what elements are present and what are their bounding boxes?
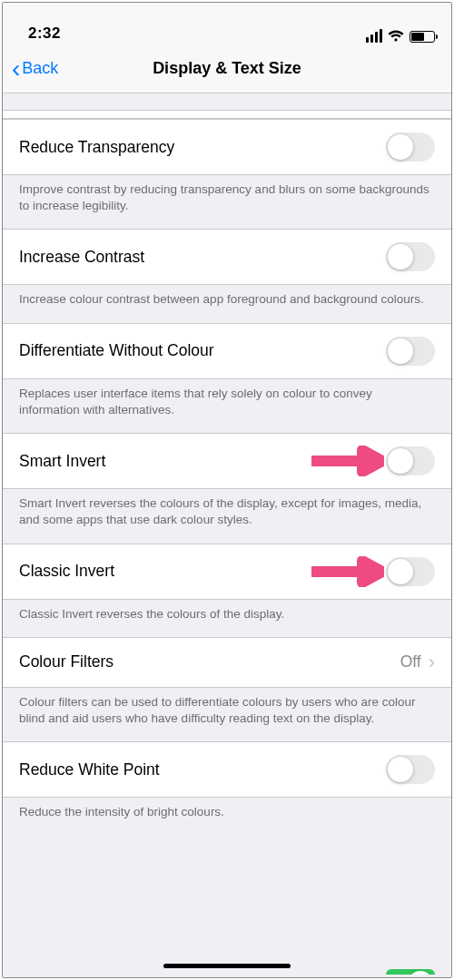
toggle-classic-invert[interactable] bbox=[386, 557, 435, 586]
page-title: Display & Text Size bbox=[3, 59, 451, 78]
battery-icon bbox=[410, 31, 435, 43]
toggle-reduce-white-point[interactable] bbox=[386, 755, 435, 784]
row-reduce-transparency[interactable]: Reduce Transparency bbox=[3, 119, 451, 175]
settings-list[interactable]: Reduce Transparency Improve contrast by … bbox=[3, 93, 451, 977]
toggle-differentiate[interactable] bbox=[386, 337, 435, 366]
toggle-smart-invert[interactable] bbox=[386, 446, 435, 475]
row-label: Smart Invert bbox=[19, 452, 105, 471]
toggle-increase-contrast[interactable] bbox=[386, 242, 435, 271]
row-label: Reduce White Point bbox=[19, 760, 160, 779]
row-reduce-white-point[interactable]: Reduce White Point bbox=[3, 741, 451, 798]
row-label: Colour Filters bbox=[19, 652, 114, 671]
nav-header: ‹ Back Display & Text Size bbox=[3, 44, 451, 93]
row-footer: Reduce the intensity of bright colours. bbox=[3, 797, 451, 826]
row-footer: Replaces user interface items that rely … bbox=[3, 378, 451, 433]
wifi-icon bbox=[388, 30, 404, 43]
row-increase-contrast[interactable]: Increase Contrast bbox=[3, 229, 451, 285]
row-footer: Colour filters can be used to differenti… bbox=[3, 687, 451, 741]
cellular-icon bbox=[366, 29, 382, 43]
row-footer: Classic Invert reverses the colours of t… bbox=[3, 599, 451, 637]
row-label: Classic Invert bbox=[19, 562, 114, 581]
annotation-arrow-icon bbox=[311, 446, 384, 476]
row-footer: Improve contrast by reducing transparenc… bbox=[3, 174, 451, 229]
row-label: Increase Contrast bbox=[19, 248, 144, 267]
row-label: Differentiate Without Colour bbox=[19, 341, 214, 360]
toggle-peek bbox=[386, 969, 435, 975]
home-indicator[interactable] bbox=[163, 964, 291, 968]
row-differentiate-without-colour[interactable]: Differentiate Without Colour bbox=[3, 323, 451, 379]
toggle-reduce-transparency[interactable] bbox=[386, 132, 435, 162]
back-label: Back bbox=[22, 59, 58, 78]
row-colour-filters[interactable]: Colour Filters Off › bbox=[3, 637, 451, 688]
row-footer: Increase colour contrast between app for… bbox=[3, 284, 451, 322]
row-value: Off bbox=[400, 652, 421, 671]
status-bar: 2:32 bbox=[3, 3, 451, 44]
chevron-right-icon: › bbox=[429, 651, 435, 674]
row-label: Reduce Transparency bbox=[19, 138, 174, 157]
status-icons bbox=[366, 29, 435, 43]
row-footer: Smart Invert reverses the colours of the… bbox=[3, 488, 451, 543]
status-time: 2:32 bbox=[28, 24, 61, 43]
row-classic-invert[interactable]: Classic Invert bbox=[3, 544, 451, 600]
chevron-left-icon: ‹ bbox=[12, 56, 20, 82]
row-smart-invert[interactable]: Smart Invert bbox=[3, 433, 451, 489]
back-button[interactable]: ‹ Back bbox=[3, 56, 58, 82]
annotation-arrow-icon bbox=[311, 556, 384, 587]
